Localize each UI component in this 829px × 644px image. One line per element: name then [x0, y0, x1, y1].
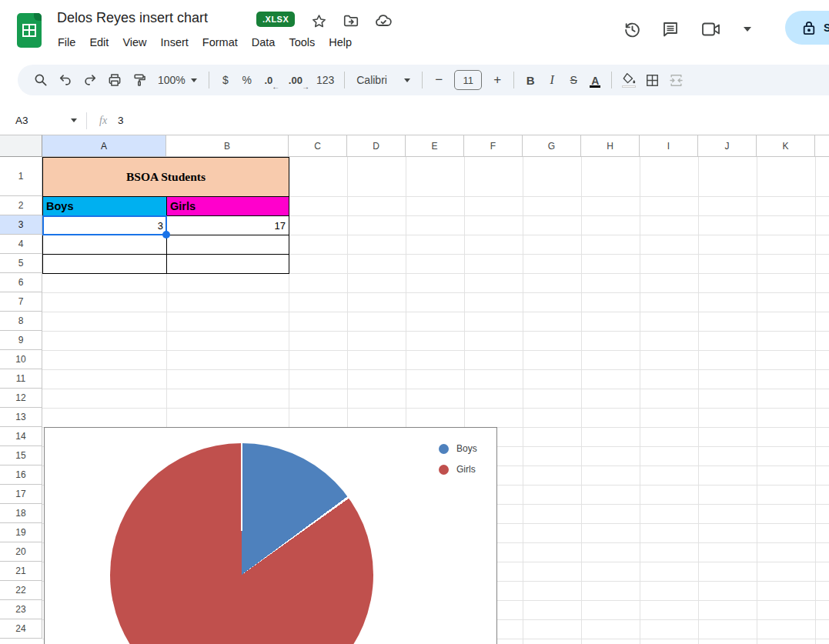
- row-header-6[interactable]: 6: [0, 273, 42, 292]
- fill-color-swatch: [622, 85, 636, 88]
- font-family-select[interactable]: Calibri: [350, 69, 416, 91]
- row-header-24[interactable]: 24: [0, 619, 42, 639]
- menu-insert[interactable]: Insert: [154, 34, 196, 51]
- row-header-18[interactable]: 18: [0, 504, 42, 523]
- cell-header-girls[interactable]: Girls: [166, 196, 289, 216]
- undo-icon[interactable]: [53, 69, 78, 91]
- fill-color-button[interactable]: [617, 69, 640, 91]
- row-header-21[interactable]: 21: [0, 562, 42, 581]
- row-header-19[interactable]: 19: [0, 523, 42, 542]
- column-header-E[interactable]: E: [406, 135, 464, 157]
- column-header-A[interactable]: A: [42, 135, 166, 157]
- row-header-5[interactable]: 5: [0, 254, 42, 273]
- name-box-caret: [71, 118, 77, 122]
- decrease-font-size-button[interactable]: −: [428, 69, 450, 91]
- formula-input[interactable]: 3: [118, 115, 124, 126]
- text-color-swatch: [590, 85, 600, 88]
- bold-button[interactable]: B: [520, 69, 541, 91]
- row-header-11[interactable]: 11: [0, 369, 42, 389]
- share-button[interactable]: Share: [785, 11, 829, 45]
- name-box[interactable]: A3: [0, 115, 86, 126]
- column-header-K[interactable]: K: [757, 135, 815, 157]
- redo-icon[interactable]: [78, 69, 102, 91]
- paint-format-icon[interactable]: [127, 69, 152, 91]
- row-header-15[interactable]: 15: [0, 446, 42, 465]
- column-header-G[interactable]: G: [523, 135, 581, 157]
- spreadsheet-grid[interactable]: ABCDEFGHIJK 1234567891011121314151617181…: [0, 135, 829, 644]
- search-icon[interactable]: [28, 69, 53, 91]
- zoom-value: 100%: [158, 74, 186, 86]
- increase-font-size-button[interactable]: +: [486, 69, 508, 91]
- strikethrough-button[interactable]: S: [563, 69, 584, 91]
- row-header-3[interactable]: 3: [0, 215, 42, 235]
- document-title[interactable]: Delos Reyes insert chart: [57, 10, 208, 26]
- row-header-20[interactable]: 20: [0, 542, 42, 562]
- legend-dot-girls: [439, 465, 449, 475]
- column-header-B[interactable]: B: [166, 135, 289, 157]
- share-label: Share: [824, 22, 829, 34]
- format-percent-button[interactable]: %: [236, 69, 258, 91]
- row-header-2[interactable]: 2: [0, 196, 42, 215]
- cell-empty[interactable]: [42, 235, 167, 255]
- column-header-clipped[interactable]: [815, 135, 829, 157]
- menu-file[interactable]: File: [51, 34, 82, 51]
- row-header-17[interactable]: 17: [0, 485, 42, 504]
- row-header-13[interactable]: 13: [0, 408, 42, 427]
- cell-value-B3[interactable]: 17: [166, 215, 289, 235]
- menu-help[interactable]: Help: [322, 34, 359, 51]
- menu-tools[interactable]: Tools: [282, 34, 322, 51]
- cloud-status-icon[interactable]: [374, 12, 393, 30]
- row-header-12[interactable]: 12: [0, 389, 42, 408]
- column-header-D[interactable]: D: [347, 135, 406, 157]
- row-header-4[interactable]: 4: [0, 235, 42, 254]
- move-folder-icon[interactable]: [342, 12, 360, 30]
- row-header-14[interactable]: 14: [0, 427, 42, 446]
- pie-graphic: [110, 443, 373, 644]
- column-header-C[interactable]: C: [289, 135, 347, 157]
- zoom-control[interactable]: 100%: [152, 69, 203, 91]
- menu-edit[interactable]: Edit: [82, 34, 115, 51]
- meet-dropdown-caret[interactable]: [744, 27, 751, 32]
- merge-cells-button[interactable]: [664, 69, 688, 91]
- print-icon[interactable]: [102, 69, 127, 91]
- meet-camera-icon[interactable]: [699, 19, 725, 39]
- cell-merged-title[interactable]: BSOA Students: [42, 157, 289, 197]
- row-header-8[interactable]: 8: [0, 312, 42, 331]
- row-header-1[interactable]: 1: [0, 157, 42, 196]
- increase-decimal-button[interactable]: .00→: [284, 69, 307, 91]
- cell-empty[interactable]: [42, 254, 167, 274]
- decrease-decimal-button[interactable]: .0←: [258, 69, 279, 91]
- column-header-F[interactable]: F: [464, 135, 523, 157]
- sheets-logo-icon[interactable]: [17, 13, 42, 48]
- more-formats-button[interactable]: 123: [312, 69, 339, 91]
- version-history-icon[interactable]: [622, 19, 642, 39]
- cell-empty[interactable]: [166, 254, 289, 274]
- borders-button[interactable]: [640, 69, 664, 91]
- row-header-22[interactable]: 22: [0, 581, 42, 600]
- pie-chart-object[interactable]: BoysGirls: [44, 427, 497, 644]
- column-header-H[interactable]: H: [581, 135, 640, 157]
- row-header-10[interactable]: 10: [0, 350, 42, 369]
- menu-data[interactable]: Data: [245, 34, 282, 51]
- cell-empty[interactable]: [166, 235, 289, 255]
- comments-icon[interactable]: [660, 19, 680, 39]
- cell-header-boys[interactable]: Boys: [42, 196, 167, 216]
- italic-button[interactable]: I: [541, 69, 563, 91]
- font-size-input[interactable]: 11: [454, 70, 482, 90]
- app-header: Delos Reyes insert chart .XLSX: [0, 0, 829, 65]
- row-header-16[interactable]: 16: [0, 465, 42, 485]
- row-header-9[interactable]: 9: [0, 331, 42, 350]
- cell-value-A3[interactable]: 3: [42, 215, 167, 235]
- column-header-J[interactable]: J: [698, 135, 757, 157]
- column-header-I[interactable]: I: [640, 135, 698, 157]
- select-all-corner[interactable]: [0, 135, 42, 157]
- row-header-23[interactable]: 23: [0, 600, 42, 619]
- text-color-button[interactable]: A: [584, 69, 606, 91]
- format-currency-button[interactable]: $: [215, 69, 236, 91]
- logo-fold: [34, 13, 42, 21]
- row-header-7[interactable]: 7: [0, 292, 42, 312]
- fill-handle[interactable]: [162, 231, 170, 239]
- menu-format[interactable]: Format: [196, 34, 245, 51]
- star-icon[interactable]: [309, 12, 328, 30]
- menu-view[interactable]: View: [115, 34, 153, 51]
